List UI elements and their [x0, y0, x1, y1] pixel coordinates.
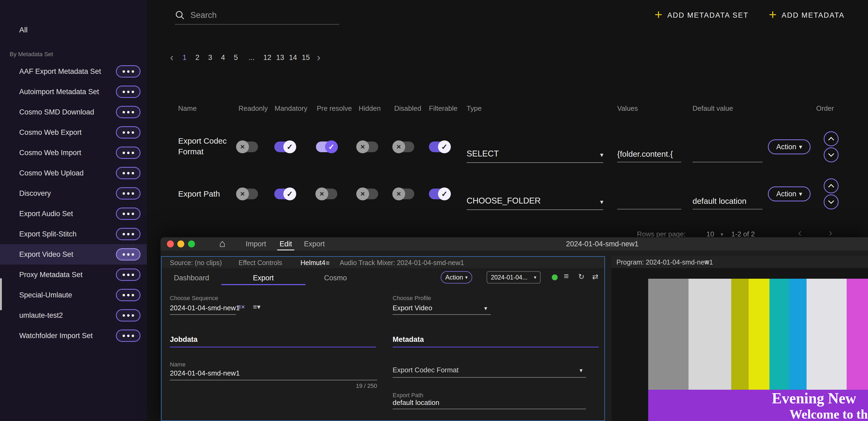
sidebar-item[interactable]: umlaute-test2 [0, 305, 147, 326]
type-select[interactable]: CHOOSE_FOLDER ▾ [467, 185, 603, 210]
search-icon [175, 10, 185, 20]
item-options-button[interactable] [116, 330, 141, 342]
filterable-toggle[interactable] [429, 141, 450, 152]
item-options-button[interactable] [116, 228, 141, 240]
preresolve-toggle[interactable] [316, 141, 337, 152]
values-field[interactable] [617, 186, 681, 209]
page-number[interactable]: 15 [300, 54, 312, 62]
page-next-icon[interactable]: › [312, 52, 325, 63]
panel-tab-source[interactable]: Source: (no clips) [170, 259, 222, 267]
item-options-button[interactable] [116, 106, 141, 118]
readonly-toggle[interactable] [237, 141, 258, 152]
move-up-button[interactable] [824, 131, 839, 146]
sidebar-item[interactable]: Autoimport Metadata Set [0, 82, 147, 102]
choose-sequence-value[interactable]: 2024-01-04-smd-new1 [170, 304, 240, 312]
sidebar-scrollbar-thumb[interactable] [0, 278, 2, 310]
refresh-icon[interactable]: ↻ [578, 272, 584, 281]
search-input[interactable] [190, 10, 339, 20]
readonly-toggle[interactable] [237, 189, 258, 199]
item-options-button[interactable] [116, 248, 141, 260]
preset-select[interactable]: 2024-01-04... ▾ [487, 271, 540, 283]
home-icon[interactable]: ⌂ [219, 238, 225, 249]
sidebar-item[interactable]: Export Split-Stitch [0, 224, 147, 244]
page-number[interactable]: 13 [274, 54, 286, 62]
action-menu-button[interactable]: Action ▾ [768, 139, 811, 154]
panel-tab-audiomixer[interactable]: Audio Track Mixer: 2024-01-04-smd-new1 [340, 259, 464, 267]
panel-tab-helmut4[interactable]: Helmut4 [301, 259, 325, 267]
disabled-toggle[interactable] [393, 189, 414, 199]
window-tab-export[interactable]: Export [304, 240, 325, 248]
rows-per-page-select[interactable]: 10 [706, 230, 713, 237]
name-input[interactable]: 2024-01-04-smd-new1 [170, 369, 240, 377]
default-value-field[interactable]: default location [692, 186, 763, 209]
column-header-type: Type [467, 104, 482, 113]
sync-icon[interactable]: ⇄ [592, 272, 598, 281]
sidebar-item[interactable]: Special-Umlaute [0, 285, 147, 305]
sidebar-item[interactable]: Cosmo SMD Download [0, 102, 147, 122]
menu-icon[interactable]: ≡ [564, 271, 569, 281]
item-options-button[interactable] [116, 309, 141, 321]
item-options-button[interactable] [116, 269, 141, 281]
window-tab-import[interactable]: Import [246, 240, 266, 248]
helmut-tab-dashboard[interactable]: Dashboard [174, 274, 209, 282]
screen: All By Metadata Set AAF Export Metadata … [0, 0, 868, 421]
add-metadata-button[interactable]: + ADD METADATA [767, 9, 846, 21]
range-label: 1-2 of 2 [731, 230, 738, 237]
page-number[interactable]: 2 [191, 54, 204, 62]
item-options-button[interactable] [116, 65, 141, 78]
export-codec-select[interactable]: Export Codec Format [393, 366, 459, 374]
dots-icon [123, 294, 125, 297]
page-number[interactable]: 14 [286, 54, 300, 62]
export-path-input[interactable]: default location [393, 398, 439, 407]
status-dot [552, 274, 558, 280]
disabled-toggle[interactable] [393, 141, 414, 152]
window-titlebar: ⌂ Import Edit Export 2024-01-04-smd-new1 [160, 237, 868, 251]
clear-sequence-icon[interactable]: ≡× [237, 303, 245, 311]
mandatory-toggle[interactable] [274, 141, 296, 152]
action-menu-button[interactable]: Action ▾ [441, 271, 472, 283]
minimize-window-button[interactable] [177, 241, 184, 247]
page-number[interactable]: 4 [217, 54, 229, 62]
dots-icon [123, 111, 125, 113]
values-field[interactable]: {folder.content.{ [617, 139, 681, 162]
dots-icon [123, 274, 125, 276]
mandatory-toggle[interactable] [274, 189, 296, 199]
window-tab-edit[interactable]: Edit [280, 240, 292, 248]
sidebar-item-selected[interactable]: Export Video Set [0, 244, 147, 264]
sidebar-item[interactable]: AAF Export Metadata Set [0, 61, 147, 82]
sidebar-item[interactable]: Proxy Metadata Set [0, 264, 147, 285]
page-prev-icon[interactable]: ‹ [165, 52, 178, 63]
hidden-toggle[interactable] [357, 189, 378, 199]
default-value-field[interactable] [692, 139, 763, 162]
filterable-toggle[interactable] [429, 189, 450, 199]
metadata-heading: Metadata [393, 335, 424, 344]
move-down-button[interactable] [824, 194, 839, 209]
type-select[interactable]: SELECT ▾ [467, 138, 603, 163]
dots-icon [123, 71, 125, 73]
choose-profile-select[interactable]: Export Video [393, 304, 432, 312]
page-number[interactable]: 1 [178, 54, 191, 62]
move-up-button[interactable] [824, 178, 839, 193]
panel-menu-icon[interactable]: ≡ [326, 259, 330, 267]
hidden-toggle[interactable] [357, 141, 378, 152]
item-options-button[interactable] [116, 289, 141, 301]
item-options-button[interactable] [116, 86, 141, 98]
close-window-button[interactable] [167, 241, 174, 247]
table-row: Export Path CHOOSE_FOLDER ▾ default loca… [0, 170, 868, 218]
sequence-menu-icon[interactable]: ≡▾ [253, 303, 260, 311]
sidebar-item[interactable]: Watchfolder Import Set [0, 326, 147, 346]
page-number[interactable]: 3 [204, 54, 217, 62]
sidebar-item-all[interactable]: All [19, 26, 28, 34]
fullscreen-window-button[interactable] [188, 241, 195, 247]
panel-tab-effects[interactable]: Effect Controls [239, 259, 282, 267]
preresolve-toggle[interactable] [316, 189, 337, 199]
dots-icon [123, 233, 125, 235]
page-number[interactable]: 5 [229, 54, 242, 62]
action-menu-button[interactable]: Action ▾ [768, 187, 811, 201]
helmut-tab-export[interactable]: Export [253, 274, 274, 282]
add-metadata-set-button[interactable]: + ADD METADATA SET [653, 9, 750, 21]
panel-menu-icon[interactable]: ≡ [705, 258, 709, 266]
helmut-tab-cosmo[interactable]: Cosmo [324, 274, 347, 282]
page-number[interactable]: 12 [261, 54, 274, 62]
move-down-button[interactable] [824, 147, 839, 162]
